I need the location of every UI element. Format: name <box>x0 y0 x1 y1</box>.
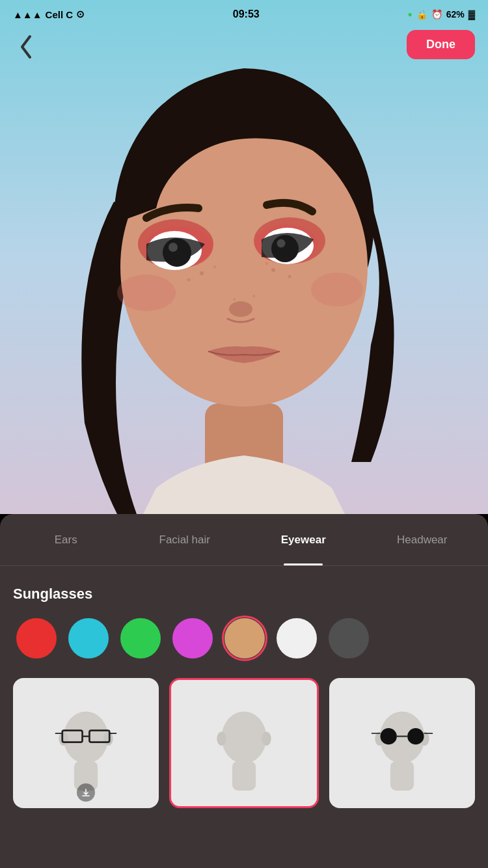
carrier-label: Cell C <box>46 9 74 20</box>
color-swatch-darkgray[interactable] <box>329 618 369 658</box>
svg-point-22 <box>117 275 176 311</box>
tab-headwear[interactable]: Headwear <box>363 514 482 565</box>
item-card-rectangular[interactable] <box>13 678 159 808</box>
svg-point-6 <box>271 268 275 272</box>
svg-point-8 <box>265 262 268 265</box>
color-swatch-magenta[interactable] <box>172 618 213 658</box>
category-tabs: Ears Facial hair Eyewear Headwear <box>0 514 488 566</box>
signal-icon: ▲▲▲ <box>13 9 42 20</box>
tab-facial-hair-label: Facial hair <box>159 534 210 547</box>
svg-point-9 <box>233 298 236 301</box>
lock-icon: 🔒 <box>416 9 427 20</box>
section-title: Sunglasses <box>13 586 475 603</box>
avatar-area: Done <box>0 0 488 514</box>
svg-point-23 <box>311 273 363 306</box>
status-time: 09:53 <box>233 8 260 20</box>
tab-facial-hair[interactable]: Facial hair <box>126 514 245 565</box>
svg-rect-39 <box>390 761 414 790</box>
wifi-icon: ⊙ <box>76 8 85 20</box>
item-grid <box>13 678 475 808</box>
item-card-round-inner <box>329 678 475 808</box>
svg-point-4 <box>187 278 191 282</box>
avatar-face <box>33 20 455 514</box>
svg-point-10 <box>252 295 255 297</box>
svg-point-37 <box>262 731 271 746</box>
alarm-icon: ⏰ <box>431 9 442 20</box>
bottom-panel: Ears Facial hair Eyewear Headwear Sungla… <box>0 514 488 868</box>
back-button[interactable] <box>13 34 39 60</box>
item-card-none-inner <box>171 680 317 806</box>
color-swatches <box>13 618 475 658</box>
battery-label: 62% <box>446 9 465 20</box>
done-button[interactable]: Done <box>407 30 475 59</box>
tab-eyewear-label: Eyewear <box>281 534 326 547</box>
svg-point-36 <box>217 731 226 746</box>
battery-icon: ▓ <box>468 9 475 20</box>
tab-eyewear[interactable]: Eyewear <box>244 514 363 565</box>
status-left: ▲▲▲ Cell C ⊙ <box>13 8 85 20</box>
svg-point-21 <box>229 301 252 317</box>
color-swatch-red[interactable] <box>16 618 57 658</box>
status-bar: ▲▲▲ Cell C ⊙ 09:53 ● 🔒 ⏰ 62% ▓ <box>0 0 488 29</box>
download-badge <box>77 783 95 802</box>
color-swatch-green[interactable] <box>120 618 161 658</box>
status-right: ● 🔒 ⏰ 62% ▓ <box>407 9 475 20</box>
content-area: Sunglasses <box>0 566 488 821</box>
tab-ears-label: Ears <box>55 534 77 547</box>
svg-point-42 <box>380 727 396 744</box>
svg-point-5 <box>213 265 216 268</box>
tab-headwear-label: Headwear <box>397 534 448 547</box>
color-swatch-skin[interactable] <box>224 618 265 658</box>
svg-point-34 <box>222 711 267 763</box>
svg-point-43 <box>407 727 424 744</box>
svg-point-7 <box>288 275 291 278</box>
item-card-round[interactable] <box>329 678 475 808</box>
green-dot-icon: ● <box>407 10 412 19</box>
svg-rect-35 <box>232 761 256 790</box>
svg-point-3 <box>200 271 204 275</box>
color-swatch-white[interactable] <box>277 618 317 658</box>
item-card-none[interactable] <box>169 678 319 808</box>
tab-ears[interactable]: Ears <box>7 514 126 565</box>
svg-point-24 <box>64 711 109 763</box>
color-swatch-cyan[interactable] <box>68 618 109 658</box>
